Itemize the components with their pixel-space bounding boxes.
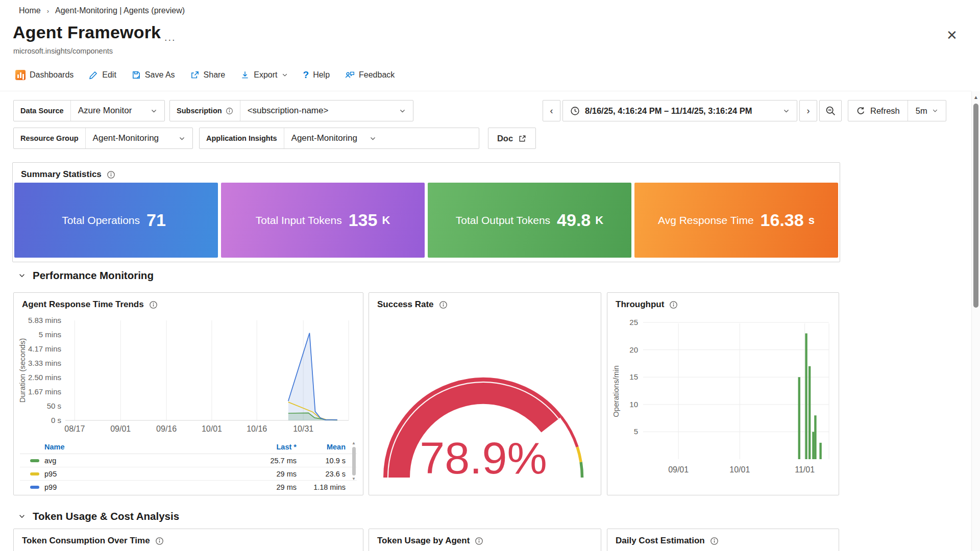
info-icon[interactable] bbox=[107, 170, 115, 179]
subscription-pill: Subscription <subscription-name> bbox=[169, 100, 413, 121]
legend-header: Name Last * Mean bbox=[20, 440, 357, 454]
legend-header-name[interactable]: Name bbox=[20, 443, 240, 451]
scroll-up-icon: ▲ bbox=[972, 91, 980, 100]
feedback-icon bbox=[345, 70, 355, 80]
external-link-icon bbox=[518, 134, 527, 143]
series-name: p99 bbox=[44, 483, 240, 491]
page-scrollbar[interactable]: ▲ bbox=[971, 91, 980, 551]
doc-button[interactable]: Doc bbox=[488, 128, 536, 149]
edit-button[interactable]: Edit bbox=[89, 70, 116, 80]
help-button[interactable]: ? Help bbox=[303, 69, 330, 81]
series-last-value: 29 ms bbox=[240, 470, 297, 478]
legend-header-last[interactable]: Last * bbox=[240, 443, 297, 451]
time-back-button[interactable]: ‹ bbox=[543, 100, 560, 121]
response-time-trends-panel: Agent Response Time Trends 5.83 mins5 mi… bbox=[13, 292, 363, 495]
scroll-thumb bbox=[352, 447, 356, 475]
info-icon[interactable] bbox=[669, 300, 678, 309]
legend-row-avg[interactable]: avg25.7 ms10.9 s bbox=[20, 454, 357, 467]
svg-text:11/01: 11/01 bbox=[795, 465, 815, 474]
chevron-left-icon: ‹ bbox=[550, 106, 553, 116]
share-icon bbox=[190, 70, 200, 80]
section-token-usage[interactable]: Token Usage & Cost Analysis bbox=[18, 510, 179, 522]
info-icon[interactable] bbox=[439, 300, 448, 309]
subscription-label: Subscription bbox=[170, 101, 240, 121]
data-source-label: Data Source bbox=[14, 101, 71, 121]
section-performance-monitoring[interactable]: Performance Monitoring bbox=[18, 269, 154, 282]
svg-text:Duration (seconds): Duration (seconds) bbox=[18, 338, 27, 403]
toolbar-divider bbox=[0, 91, 971, 91]
legend-rows: avg25.7 ms10.9 sp9529 ms23.6 sp9929 ms1.… bbox=[20, 454, 357, 493]
chevron-right-icon: › bbox=[807, 106, 810, 116]
svg-text:10/01: 10/01 bbox=[729, 465, 750, 474]
chevron-down-icon bbox=[282, 72, 288, 78]
breadcrumb-home[interactable]: Home bbox=[19, 6, 41, 15]
breadcrumb-current[interactable]: Agent-Monitoring | Agents (preview) bbox=[55, 6, 185, 15]
svg-text:5: 5 bbox=[634, 427, 638, 436]
share-button[interactable]: Share bbox=[190, 70, 226, 80]
refresh-button[interactable]: Refresh bbox=[848, 101, 908, 121]
legend-table: Name Last * Mean avg25.7 ms10.9 sp9529 m… bbox=[20, 440, 357, 493]
zoom-out-button[interactable] bbox=[819, 100, 842, 121]
download-icon bbox=[240, 70, 250, 80]
legend-header-mean[interactable]: Mean bbox=[297, 443, 346, 451]
series-name: avg bbox=[44, 457, 240, 465]
breadcrumb: Home › Agent-Monitoring | Agents (previe… bbox=[19, 6, 185, 15]
info-icon[interactable] bbox=[710, 537, 719, 545]
series-color-swatch bbox=[30, 472, 39, 475]
feedback-button[interactable]: Feedback bbox=[345, 70, 395, 80]
workbook-gallery-icon bbox=[15, 70, 26, 80]
svg-text:5 mins: 5 mins bbox=[39, 330, 61, 339]
summary-tiles: Total Operations 71 Total Input Tokens 1… bbox=[14, 183, 838, 258]
info-icon[interactable] bbox=[155, 537, 164, 545]
refresh-icon bbox=[856, 106, 866, 116]
application-insights-dropdown[interactable]: Agent-Monitoring bbox=[284, 128, 479, 148]
response-time-chart: 5.83 mins5 mins4.17 mins3.33 mins2.50 mi… bbox=[17, 315, 359, 438]
info-icon[interactable] bbox=[226, 107, 233, 115]
svg-text:1.67 mins: 1.67 mins bbox=[28, 387, 61, 396]
dashboards-button[interactable]: Dashboards bbox=[15, 70, 74, 80]
legend-row-p95[interactable]: p9529 ms23.6 s bbox=[20, 467, 357, 481]
svg-text:3.33 mins: 3.33 mins bbox=[28, 359, 61, 367]
refresh-group: Refresh 5m bbox=[848, 100, 946, 121]
legend-scrollbar[interactable]: ▲ ▼ bbox=[351, 441, 357, 491]
time-range-value: 8/16/25, 4:16:24 PM – 11/14/25, 3:16:24 … bbox=[585, 106, 752, 116]
svg-text:0 s: 0 s bbox=[51, 416, 61, 424]
application-insights-label: Application Insights bbox=[200, 128, 284, 148]
save-as-button[interactable]: Save As bbox=[132, 70, 175, 80]
daily-cost-panel: Daily Cost Estimation bbox=[607, 529, 839, 551]
info-icon[interactable] bbox=[475, 537, 483, 545]
subscription-dropdown[interactable]: <subscription-name> bbox=[240, 101, 413, 121]
svg-text:10/31: 10/31 bbox=[293, 424, 313, 433]
chevron-down-icon bbox=[370, 135, 376, 142]
stat-tile-total-operations: Total Operations 71 bbox=[14, 183, 218, 258]
throughput-chart: 51015202509/0110/0111/01Operations/min bbox=[610, 315, 838, 486]
svg-text:25: 25 bbox=[629, 318, 638, 327]
data-source-dropdown[interactable]: Azure Monitor bbox=[71, 101, 164, 121]
time-forward-button[interactable]: › bbox=[799, 100, 817, 121]
svg-text:09/01: 09/01 bbox=[668, 465, 689, 474]
data-source-pill: Data Source Azure Monitor bbox=[13, 100, 165, 121]
time-range-picker[interactable]: 8/16/25, 4:16:24 PM – 11/14/25, 3:16:24 … bbox=[562, 100, 797, 121]
scroll-thumb[interactable] bbox=[973, 104, 978, 308]
success-rate-panel: Success Rate 78.9% bbox=[369, 292, 601, 495]
breadcrumb-separator-icon: › bbox=[47, 7, 49, 15]
info-icon[interactable] bbox=[149, 300, 158, 309]
success-rate-title: Success Rate bbox=[369, 293, 601, 310]
scroll-down-icon: ▼ bbox=[351, 477, 357, 482]
resource-group-dropdown[interactable]: Agent-Monitoring bbox=[86, 128, 192, 148]
series-last-value: 25.7 ms bbox=[240, 457, 297, 465]
refresh-interval-dropdown[interactable]: 5m bbox=[908, 101, 946, 121]
workbook-toolbar: Dashboards Edit Save As Share Export ? H… bbox=[15, 66, 395, 84]
success-rate-gauge: 78.9% bbox=[369, 315, 601, 489]
series-name: p95 bbox=[44, 470, 240, 478]
close-icon[interactable]: ✕ bbox=[946, 28, 958, 43]
svg-text:4.17 mins: 4.17 mins bbox=[28, 344, 61, 353]
legend-row-p99[interactable]: p9929 ms1.18 mins bbox=[20, 481, 357, 493]
summary-statistics-title: Summary Statistics bbox=[13, 163, 840, 180]
export-button[interactable]: Export bbox=[240, 70, 287, 80]
chevron-down-icon bbox=[399, 108, 406, 114]
chevron-down-icon bbox=[783, 108, 790, 114]
more-options-button[interactable]: ... bbox=[164, 32, 176, 43]
svg-text:10/01: 10/01 bbox=[202, 424, 222, 433]
token-usage-by-agent-title: Token Usage by Agent bbox=[369, 529, 601, 546]
